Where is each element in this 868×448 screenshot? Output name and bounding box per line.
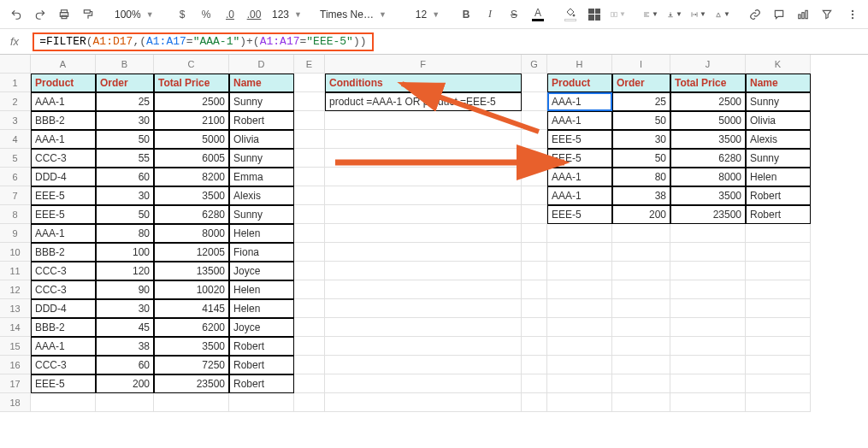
- cell[interactable]: [522, 205, 547, 224]
- cell[interactable]: [746, 393, 811, 412]
- cell[interactable]: [294, 262, 325, 280]
- cell[interactable]: Sunny: [229, 149, 294, 168]
- font-size-select[interactable]: 12▼: [410, 3, 445, 26]
- cell[interactable]: [294, 92, 325, 111]
- print-button[interactable]: [53, 3, 75, 26]
- cell[interactable]: [522, 262, 547, 280]
- cell[interactable]: [670, 337, 746, 356]
- cell[interactable]: 60: [96, 356, 154, 374]
- cell[interactable]: 30: [612, 130, 670, 149]
- cell[interactable]: [670, 318, 746, 337]
- column-header[interactable]: J: [670, 55, 746, 74]
- cell[interactable]: 3500: [154, 186, 229, 205]
- cell[interactable]: 6280: [154, 205, 229, 224]
- cell[interactable]: [670, 280, 746, 299]
- cell[interactable]: [325, 280, 522, 299]
- row-header[interactable]: 9: [0, 224, 31, 243]
- row-header[interactable]: 18: [0, 393, 31, 412]
- cell[interactable]: 4145: [154, 299, 229, 318]
- cell[interactable]: [294, 280, 325, 299]
- cell[interactable]: 25: [96, 92, 154, 111]
- cell[interactable]: EEE-5: [31, 186, 96, 205]
- vertical-align-button[interactable]: ▼: [664, 3, 686, 26]
- strikethrough-button[interactable]: S: [503, 3, 525, 26]
- cell[interactable]: Sunny: [229, 205, 294, 224]
- cell[interactable]: 200: [612, 205, 670, 224]
- cell[interactable]: [612, 318, 670, 337]
- cell[interactable]: [294, 111, 325, 130]
- cell[interactable]: 3500: [670, 130, 746, 149]
- cell[interactable]: Sunny: [229, 92, 294, 111]
- cell[interactable]: 25: [612, 92, 670, 111]
- percent-button[interactable]: %: [195, 3, 217, 26]
- bold-button[interactable]: B: [455, 3, 477, 26]
- cell[interactable]: Sunny: [746, 92, 811, 111]
- cell[interactable]: [547, 280, 612, 299]
- cell[interactable]: [294, 337, 325, 356]
- column-header[interactable]: K: [746, 55, 811, 74]
- cell[interactable]: 3500: [670, 186, 746, 205]
- cell[interactable]: [670, 356, 746, 374]
- font-select[interactable]: Times Ne…▼: [315, 3, 400, 26]
- cell[interactable]: 80: [96, 224, 154, 243]
- row-header[interactable]: 16: [0, 356, 31, 374]
- number-format-select[interactable]: 123▼: [267, 3, 304, 26]
- cell[interactable]: Olivia: [229, 130, 294, 149]
- cell[interactable]: [325, 318, 522, 337]
- cell[interactable]: Alexis: [746, 130, 811, 149]
- cell[interactable]: Joyce: [229, 318, 294, 337]
- cell[interactable]: BBB-2: [31, 111, 96, 130]
- cell[interactable]: DDD-4: [31, 299, 96, 318]
- cell[interactable]: 8000: [670, 168, 746, 186]
- cell[interactable]: Order: [612, 74, 670, 92]
- cell[interactable]: 6280: [670, 149, 746, 168]
- cell[interactable]: [294, 130, 325, 149]
- more-button[interactable]: [841, 3, 864, 26]
- cell[interactable]: EEE-5: [31, 205, 96, 224]
- cell[interactable]: AAA-1: [31, 130, 96, 149]
- cell[interactable]: 45: [96, 318, 154, 337]
- cell[interactable]: Total Price: [670, 74, 746, 92]
- cell[interactable]: [746, 318, 811, 337]
- column-header[interactable]: D: [229, 55, 294, 74]
- cell[interactable]: 23500: [670, 205, 746, 224]
- cell[interactable]: 30: [96, 186, 154, 205]
- cell[interactable]: [522, 337, 547, 356]
- cell[interactable]: CCC-3: [31, 356, 96, 374]
- row-header[interactable]: 6: [0, 168, 31, 186]
- cell[interactable]: Order: [96, 74, 154, 92]
- cell[interactable]: [612, 243, 670, 262]
- row-header[interactable]: 17: [0, 374, 31, 393]
- cell[interactable]: AAA-1: [31, 337, 96, 356]
- cell[interactable]: [746, 262, 811, 280]
- cell[interactable]: [294, 299, 325, 318]
- cell[interactable]: [325, 374, 522, 393]
- cell[interactable]: AAA-1: [547, 111, 612, 130]
- cell[interactable]: [294, 318, 325, 337]
- cell[interactable]: [325, 356, 522, 374]
- cell[interactable]: CCC-3: [31, 262, 96, 280]
- cell[interactable]: 80: [612, 168, 670, 186]
- cell[interactable]: Helen: [229, 224, 294, 243]
- row-header[interactable]: 13: [0, 299, 31, 318]
- currency-button[interactable]: $: [171, 3, 193, 26]
- column-header[interactable]: B: [96, 55, 154, 74]
- cell[interactable]: AAA-1: [547, 92, 612, 111]
- row-header[interactable]: 4: [0, 130, 31, 149]
- cell[interactable]: [612, 224, 670, 243]
- cell[interactable]: [547, 318, 612, 337]
- cell[interactable]: 90: [96, 280, 154, 299]
- cell[interactable]: Total Price: [154, 74, 229, 92]
- column-header[interactable]: E: [294, 55, 325, 74]
- cell[interactable]: [547, 337, 612, 356]
- cell[interactable]: [746, 224, 811, 243]
- cell[interactable]: [746, 356, 811, 374]
- cell[interactable]: Joyce: [229, 262, 294, 280]
- cell[interactable]: 50: [612, 149, 670, 168]
- cell[interactable]: Olivia: [746, 111, 811, 130]
- insert-link-button[interactable]: [744, 3, 766, 26]
- cell[interactable]: [325, 243, 522, 262]
- cell[interactable]: [325, 186, 522, 205]
- cell[interactable]: [746, 374, 811, 393]
- row-header[interactable]: 1: [0, 74, 31, 92]
